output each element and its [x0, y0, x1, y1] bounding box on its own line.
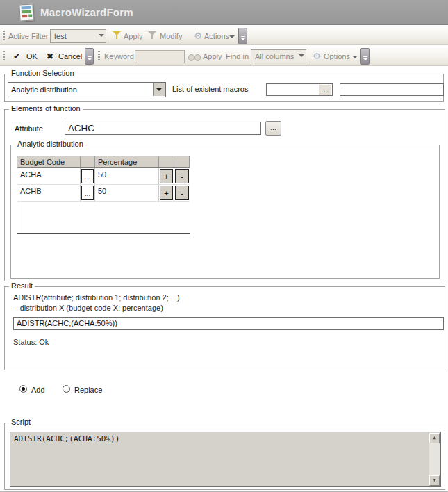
browse-cell: ...: [81, 185, 95, 201]
modify-filter-button[interactable]: Modify: [160, 32, 182, 40]
filter-modify-icon: [147, 31, 158, 42]
chevron-down-icon: [229, 35, 235, 38]
gear-icon: ⚙: [311, 51, 322, 62]
distribution-table: Budget Code Percentage ACHA ... 50 + - A…: [17, 156, 190, 234]
ok-button[interactable]: OK: [26, 52, 38, 60]
ok-check-icon: ✔: [11, 51, 22, 62]
chevron-down-icon: [299, 54, 304, 57]
add-radio[interactable]: [19, 385, 27, 393]
macro-name-input[interactable]: [340, 83, 444, 96]
script-legend: Script: [9, 418, 33, 426]
chevron-down-icon: [99, 34, 104, 37]
vertical-scrollbar[interactable]: ▲ ▼: [429, 433, 440, 486]
toolbar-overflow-button[interactable]: [85, 48, 94, 65]
script-content: ADISTR(ACHC;(ACHA:50%)): [14, 434, 119, 443]
ellipsis-button[interactable]: ...: [319, 85, 331, 95]
add-cell: +: [159, 185, 174, 201]
attribute-label: Attribute: [15, 124, 43, 133]
options-menu-button[interactable]: Options: [324, 52, 350, 60]
existent-macros-label: List of existent macros: [172, 85, 248, 93]
add-cell: +: [159, 168, 174, 184]
macro-search-input[interactable]: ...: [266, 83, 333, 96]
cancel-button[interactable]: Cancel: [58, 52, 82, 60]
browse-cell: ...: [81, 168, 95, 184]
add-row-button[interactable]: +: [160, 169, 173, 183]
result-legend: Result: [9, 281, 35, 290]
cancel-x-icon: ✖: [44, 51, 56, 62]
elements-of-function-legend: Elements of function: [9, 104, 83, 113]
analytic-distribution-group: Analytic distribution Budget Code Percen…: [10, 145, 440, 279]
window-title: MacroWizardForm: [40, 6, 133, 18]
active-filter-value: test: [54, 32, 67, 40]
add-row-button[interactable]: +: [160, 186, 173, 200]
remove-cell: -: [174, 168, 190, 184]
script-group: Script ADISTR(ACHC;(ACHA:50%)) ▲ ▼: [4, 423, 445, 490]
function-selection-group: Function Selection Analytic distribution…: [4, 74, 444, 102]
add-radio-label: Add: [31, 386, 45, 394]
chevron-down-icon[interactable]: [153, 83, 165, 96]
empty-header: [159, 156, 174, 167]
row-browse-button[interactable]: ...: [81, 169, 94, 183]
percentage-header: Percentage: [95, 156, 159, 167]
toolbar-grip[interactable]: [98, 51, 100, 62]
scroll-up-button[interactable]: ▲: [429, 433, 440, 443]
function-select-value: Analytic distribution: [11, 85, 77, 94]
replace-radio[interactable]: [63, 385, 70, 393]
budget-code-cell[interactable]: ACHB: [17, 185, 81, 201]
find-in-select[interactable]: All columns: [251, 49, 306, 63]
keyword-input[interactable]: [135, 50, 185, 63]
form-icon: [19, 3, 33, 21]
table-row: ACHB ... 50 + -: [17, 185, 190, 202]
toolbar-overflow-button[interactable]: [238, 28, 247, 44]
binoculars-icon: [189, 52, 200, 63]
remove-row-button[interactable]: -: [175, 169, 189, 183]
active-filter-select[interactable]: test: [50, 29, 106, 43]
remove-row-button[interactable]: -: [175, 186, 189, 200]
percentage-cell[interactable]: 50: [95, 185, 159, 201]
result-group: Result ADISTR(attribute; distribution 1;…: [4, 286, 445, 370]
table-header-row: Budget Code Percentage: [17, 156, 190, 168]
toolbar-grip[interactable]: [3, 51, 5, 62]
attribute-input[interactable]: [65, 122, 261, 135]
active-filter-label: Active Filter: [8, 32, 48, 40]
apply-filter-button[interactable]: Apply: [124, 32, 143, 40]
scroll-down-button[interactable]: ▼: [429, 475, 440, 486]
filter-toolbar: Active Filter test Apply Modify ⚙ Action…: [0, 26, 448, 45]
empty-header: [81, 156, 95, 167]
ok-cancel-toolbar: ✔ OK ✖ Cancel Keyword Apply Find in All …: [0, 46, 448, 66]
syntax-help-line1: ADISTR(attribute; distribution 1; distri…: [13, 293, 180, 302]
function-select[interactable]: Analytic distribution: [8, 82, 166, 97]
titlebar: MacroWizardForm: [0, 0, 448, 25]
budget-code-header: Budget Code: [17, 156, 81, 167]
remove-cell: -: [174, 185, 190, 201]
replace-radio-label: Replace: [74, 386, 102, 394]
elements-of-function-group: Elements of function Attribute ... Analy…: [4, 109, 445, 281]
find-apply-button[interactable]: Apply: [203, 52, 222, 60]
function-selection-legend: Function Selection: [9, 69, 76, 77]
toolbar-overflow-button[interactable]: [360, 48, 370, 65]
macro-wizard-form-window: MacroWizardForm Active Filter test Apply…: [0, 0, 448, 492]
chevron-down-icon: [352, 56, 358, 58]
table-row: ACHA ... 50 + -: [17, 168, 190, 185]
filter-apply-icon: [111, 31, 122, 42]
status-text: Status: Ok: [13, 338, 49, 346]
row-browse-button[interactable]: ...: [81, 186, 94, 200]
formula-input[interactable]: ADISTR(ACHC;(ACHA:50%)): [13, 317, 444, 330]
percentage-cell[interactable]: 50: [95, 168, 159, 184]
find-in-value: All columns: [255, 52, 294, 60]
script-textarea[interactable]: ADISTR(ACHC;(ACHA:50%)) ▲ ▼: [10, 432, 441, 487]
analytic-distribution-legend: Analytic distribution: [15, 140, 85, 148]
empty-header: [174, 156, 190, 167]
budget-code-cell[interactable]: ACHA: [17, 168, 81, 184]
gear-icon: ⚙: [192, 31, 204, 42]
syntax-help-line2: - distribution X (budget code X: percent…: [15, 304, 163, 312]
keyword-label: Keyword: [104, 52, 134, 60]
find-in-label: Find in: [226, 52, 249, 60]
attribute-browse-button[interactable]: ...: [265, 121, 281, 136]
actions-menu-button[interactable]: Actions: [204, 32, 229, 40]
toolbar-grip[interactable]: [3, 31, 5, 42]
